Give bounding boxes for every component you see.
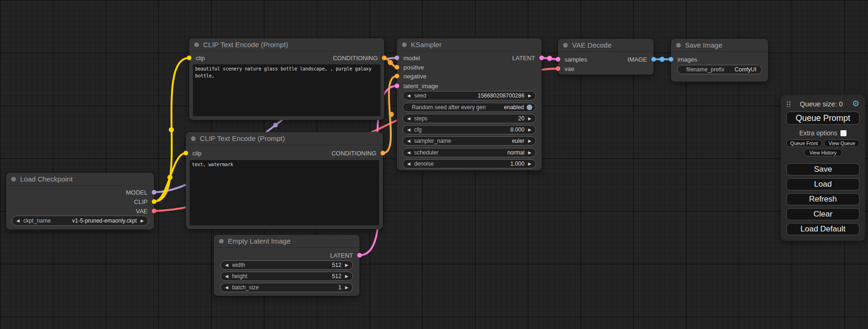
model-output-slot: MODEL	[6, 188, 154, 197]
image-output-port[interactable]	[651, 57, 656, 62]
conditioning-output-port[interactable]	[382, 56, 387, 60]
node-title: Empty Latent Image	[228, 237, 290, 245]
clear-button[interactable]: Clear	[786, 208, 860, 220]
node-title-bar[interactable]: CLIP Text Encode (Prompt)	[189, 38, 384, 51]
latent-output-label: LATENT	[330, 252, 353, 259]
vae-output-port[interactable]	[152, 209, 156, 213]
decrement-arrow-icon[interactable]: ◀	[407, 117, 410, 121]
node-clip-text-encode-negative[interactable]: CLIP Text Encode (Prompt) clip CONDITION…	[186, 132, 383, 229]
filename-prefix-widget[interactable]: filename_prefix ComfyUI	[677, 65, 762, 74]
increment-arrow-icon[interactable]: ▶	[141, 219, 144, 223]
queue-prompt-button[interactable]: Queue Prompt	[786, 112, 860, 125]
decrement-arrow-icon[interactable]: ◀	[407, 128, 410, 132]
refresh-button[interactable]: Refresh	[786, 193, 860, 205]
image-output-label: IMAGE	[628, 56, 647, 63]
node-title-bar[interactable]: Save Image	[671, 39, 768, 52]
random-seed-toggle-widget[interactable]: Random seed after every gen enabled	[402, 103, 536, 112]
node-title: CLIP Text Encode (Prompt)	[203, 41, 288, 49]
positive-input-port[interactable]	[395, 65, 399, 70]
node-load-checkpoint[interactable]: Load Checkpoint MODEL CLIP VAE ◀ ckpt_na…	[6, 173, 154, 230]
vae-input-port[interactable]	[556, 66, 560, 71]
decrement-arrow-icon[interactable]: ◀	[407, 162, 410, 166]
decrement-arrow-icon[interactable]: ◀	[225, 274, 228, 279]
collapse-dot-icon[interactable]	[563, 43, 568, 48]
node-save-image[interactable]: Save Image images filename_prefix ComfyU…	[671, 39, 768, 82]
scheduler-widget[interactable]: ◀ scheduler normal ▶	[402, 148, 536, 157]
negative-input-port[interactable]	[395, 74, 399, 78]
increment-arrow-icon[interactable]: ▶	[345, 274, 348, 279]
decrement-arrow-icon[interactable]: ◀	[407, 139, 410, 143]
increment-arrow-icon[interactable]: ▶	[528, 94, 531, 98]
decrement-arrow-icon[interactable]: ◀	[225, 286, 228, 290]
collapse-dot-icon[interactable]	[219, 239, 224, 244]
decrement-arrow-icon[interactable]: ◀	[225, 263, 228, 267]
latent-image-input-port[interactable]	[395, 84, 399, 88]
link-middot-clip-pos	[169, 127, 174, 133]
increment-arrow-icon[interactable]: ▶	[528, 151, 531, 155]
cfg-widget[interactable]: ◀ cfg 8.000 ▶	[402, 125, 536, 134]
load-button[interactable]: Load	[786, 178, 860, 190]
increment-arrow-icon[interactable]: ▶	[528, 117, 531, 121]
save-button[interactable]: Save	[786, 163, 860, 175]
positive-prompt-textarea[interactable]: beautiful scenery nature glass bottle la…	[193, 64, 381, 116]
node-title: KSampler	[411, 41, 442, 49]
increment-arrow-icon[interactable]: ▶	[528, 128, 531, 132]
clip-output-label: CLIP	[134, 198, 148, 205]
increment-arrow-icon[interactable]: ▶	[528, 139, 531, 143]
increment-arrow-icon[interactable]: ▶	[345, 263, 348, 267]
increment-arrow-icon[interactable]: ▶	[345, 286, 348, 290]
images-input-port[interactable]	[669, 57, 673, 62]
toggle-on-icon[interactable]	[527, 105, 532, 110]
conditioning-output-label: CONDITIONING	[333, 55, 378, 62]
clip-output-port[interactable]	[152, 199, 156, 204]
decrement-arrow-icon[interactable]: ◀	[407, 94, 410, 98]
node-title-bar[interactable]: Empty Latent Image	[214, 235, 360, 248]
node-graph-canvas[interactable]: Load Checkpoint MODEL CLIP VAE ◀ ckpt_na…	[0, 0, 868, 329]
extra-options-label: Extra options	[799, 129, 838, 137]
width-widget[interactable]: ◀ width 512 ▶	[220, 260, 353, 270]
model-output-port[interactable]	[152, 190, 156, 195]
drag-handle-icon[interactable]	[786, 100, 790, 107]
conditioning-output-port[interactable]	[381, 151, 385, 155]
node-title-bar[interactable]: Load Checkpoint	[6, 173, 154, 186]
ckpt-name-widget[interactable]: ◀ ckpt_name v1-5-pruned-emaonly.ckpt ▶	[12, 216, 148, 226]
node-title-bar[interactable]: CLIP Text Encode (Prompt)	[186, 132, 383, 145]
settings-gear-icon[interactable]: ⚙	[852, 99, 860, 108]
link-middot-clip-neg	[168, 175, 173, 180]
queue-front-button[interactable]: Queue Front	[786, 140, 822, 147]
collapse-dot-icon[interactable]	[676, 43, 681, 48]
view-history-button[interactable]: View History	[804, 149, 842, 156]
collapse-dot-icon[interactable]	[11, 177, 16, 182]
sampler-name-widget[interactable]: ◀ sampler_name euler ▶	[402, 136, 536, 146]
collapse-dot-icon[interactable]	[191, 136, 196, 141]
view-queue-button[interactable]: View Queue	[824, 140, 860, 147]
node-ksampler[interactable]: KSampler model LATENT positive negative …	[397, 38, 542, 170]
image-output-slot: IMAGE	[558, 55, 654, 64]
collapse-dot-icon[interactable]	[402, 42, 407, 47]
seed-widget[interactable]: ◀ seed 156680208700286 ▶	[402, 91, 536, 100]
increment-arrow-icon[interactable]: ▶	[528, 162, 531, 166]
node-empty-latent-image[interactable]: Empty Latent Image LATENT ◀ width 512 ▶ …	[214, 235, 360, 296]
steps-widget[interactable]: ◀ steps 20 ▶	[402, 114, 536, 123]
extra-options-checkbox[interactable]	[840, 130, 847, 136]
conditioning-output-slot: CONDITIONING	[186, 148, 383, 158]
node-title-bar[interactable]: VAE Decode	[558, 39, 654, 52]
latent-output-port[interactable]	[539, 56, 544, 60]
vae-output-slot: VAE	[6, 206, 154, 216]
node-title: VAE Decode	[572, 41, 612, 49]
latent-output-port[interactable]	[357, 253, 362, 258]
link-middot-model	[273, 123, 278, 127]
height-widget[interactable]: ◀ height 512 ▶	[220, 272, 353, 281]
denoise-widget[interactable]: ◀ denoise 1.000 ▶	[402, 159, 536, 168]
load-default-button[interactable]: Load Default	[786, 223, 860, 235]
batch-size-widget[interactable]: ◀ batch_size 1 ▶	[220, 283, 353, 292]
node-clip-text-encode-positive[interactable]: CLIP Text Encode (Prompt) clip CONDITION…	[189, 38, 384, 120]
decrement-arrow-icon[interactable]: ◀	[407, 151, 410, 155]
node-title: Save Image	[685, 41, 722, 49]
negative-prompt-textarea[interactable]: text, watermark	[190, 160, 379, 225]
node-title-bar[interactable]: KSampler	[397, 38, 542, 51]
positive-input-slot: positive	[397, 63, 542, 72]
node-vae-decode[interactable]: VAE Decode samples IMAGE vae	[558, 39, 654, 75]
decrement-arrow-icon[interactable]: ◀	[16, 219, 20, 223]
collapse-dot-icon[interactable]	[194, 42, 199, 47]
